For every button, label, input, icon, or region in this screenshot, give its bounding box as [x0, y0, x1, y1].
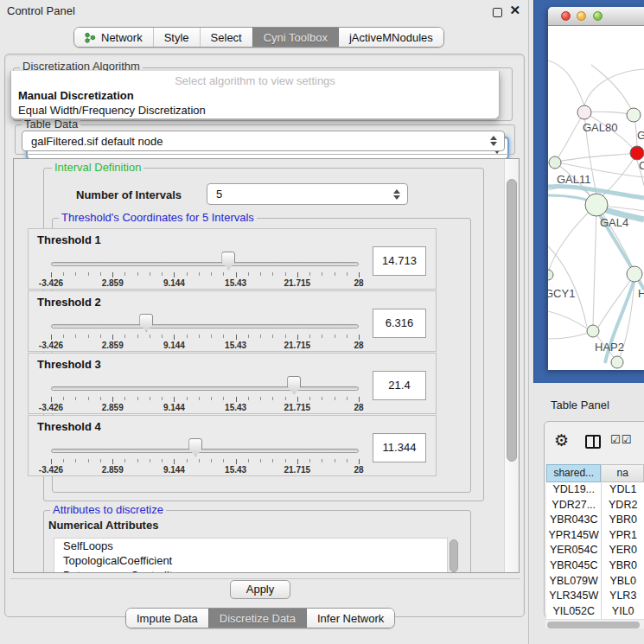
- node-table: shared...na YDL19...YDL1YDR27...YDR2YBR0…: [546, 464, 644, 619]
- bottom-tab-impute-data[interactable]: Impute Data: [126, 609, 208, 628]
- network-node[interactable]: [587, 325, 599, 337]
- tick-mark: [75, 459, 76, 462]
- tick-mark: [223, 272, 224, 276]
- minimize-traffic-light-icon[interactable]: [577, 11, 586, 21]
- numerical-attributes-label: Numerical Attributes: [48, 519, 158, 532]
- table-row[interactable]: YBR043CYBR0: [546, 513, 644, 528]
- tab-select[interactable]: Select: [200, 28, 252, 47]
- attribute-item[interactable]: SelfLoops: [54, 539, 447, 553]
- network-view-window[interactable]: GAL80GACGAL11GAL4GCY1HHAP2: [548, 7, 644, 370]
- popup-placeholder-option[interactable]: Select algorithm to view settings: [11, 71, 499, 88]
- tick-label: 21.715: [271, 278, 323, 288]
- tick-mark: [100, 397, 101, 400]
- table-hscrollbar-track[interactable]: [545, 619, 644, 628]
- bottom-tab-label: Discretize Data: [220, 612, 296, 625]
- tab-cyni-toolbox[interactable]: Cyni Toolbox: [252, 28, 338, 47]
- threshold-label: Threshold 4: [37, 420, 101, 433]
- tick-mark: [359, 272, 360, 277]
- bottom-tab-discretize-data[interactable]: Discretize Data: [208, 609, 306, 628]
- tick-label: 2.859: [86, 465, 138, 475]
- table-hscrollbar-thumb[interactable]: [547, 622, 640, 628]
- popup-option[interactable]: Manual Discretization: [11, 88, 499, 103]
- tick-mark: [335, 459, 335, 462]
- column-header[interactable]: shared...: [546, 464, 601, 482]
- table-row[interactable]: YLR345WYLR3: [546, 589, 644, 604]
- tab-label: Cyni Toolbox: [264, 31, 328, 44]
- network-node[interactable]: [630, 146, 644, 160]
- slider-track[interactable]: [51, 449, 359, 453]
- attribute-item[interactable]: BetweennessCentrality: [54, 568, 447, 573]
- column-header[interactable]: na: [601, 464, 644, 482]
- tick-mark: [174, 272, 175, 277]
- close-icon[interactable]: ✕: [509, 3, 520, 18]
- slider-track[interactable]: [51, 324, 359, 328]
- gear-icon[interactable]: ⚙: [554, 432, 569, 449]
- tick-mark: [112, 397, 113, 402]
- slider-thumb[interactable]: [221, 252, 235, 270]
- network-node[interactable]: [611, 356, 623, 368]
- tab-style[interactable]: Style: [153, 28, 200, 47]
- slider-track[interactable]: [51, 386, 359, 391]
- table-data-value: galFiltered.sif default node: [31, 135, 163, 148]
- table-row[interactable]: YDR27...YDR2: [546, 498, 644, 513]
- edge: [555, 112, 584, 163]
- table-row[interactable]: YBL079WYBL0: [546, 574, 644, 590]
- network-node[interactable]: [549, 156, 561, 169]
- network-canvas[interactable]: GAL80GACGAL11GAL4GCY1HHAP2: [548, 26, 644, 370]
- tick-mark: [150, 397, 150, 400]
- numerical-attributes-list[interactable]: SelfLoopsTopologicalCoefficientBetweenne…: [54, 538, 448, 573]
- tick-label: 2.859: [86, 278, 138, 288]
- num-intervals-combobox[interactable]: 5: [207, 183, 408, 205]
- slider-thumb[interactable]: [139, 314, 153, 332]
- table-row[interactable]: YDL19...YDL1: [546, 482, 644, 498]
- tick-mark: [335, 335, 335, 338]
- table-data-combobox[interactable]: galFiltered.sif default node: [22, 131, 505, 151]
- tick-mark: [162, 272, 163, 276]
- threshold-value-field[interactable]: 6.316: [373, 309, 426, 338]
- tab-network[interactable]: Network: [74, 28, 153, 47]
- attributes-list-scrollbar[interactable]: [450, 539, 458, 572]
- slider-thumb[interactable]: [188, 438, 202, 456]
- slider-thumb[interactable]: [287, 376, 301, 394]
- table-row[interactable]: YBR045CYBR0: [546, 558, 644, 574]
- table-cell: YER0: [601, 543, 644, 558]
- table-row[interactable]: YPR145WYPR1: [546, 528, 644, 544]
- node-label: GAL4: [600, 216, 628, 229]
- tick-mark: [248, 335, 249, 338]
- attribute-item[interactable]: TopologicalCoefficient: [54, 553, 447, 568]
- apply-button[interactable]: Apply: [230, 580, 290, 599]
- network-node[interactable]: [627, 266, 642, 282]
- tick-mark: [162, 459, 163, 462]
- table-row[interactable]: YER054CYER0: [546, 543, 644, 558]
- slider-track[interactable]: [51, 262, 359, 266]
- table-row[interactable]: YIL052CYIL0: [546, 604, 644, 619]
- network-node[interactable]: [627, 108, 641, 122]
- threshold-value-field[interactable]: 21.4: [373, 371, 426, 400]
- threshold-value-field[interactable]: 14.713: [373, 246, 426, 276]
- table-header-row: shared...na: [546, 464, 644, 482]
- tick-mark: [174, 459, 175, 464]
- zoom-traffic-light-icon[interactable]: [593, 11, 603, 21]
- tick-mark: [162, 335, 163, 338]
- columns-icon[interactable]: [585, 435, 601, 449]
- tab-jactivemnodules[interactable]: jActiveMNodules: [338, 28, 443, 47]
- threshold-value-field[interactable]: 11.344: [373, 433, 426, 462]
- float-window-icon[interactable]: [493, 8, 502, 17]
- tick-label: -3.426: [25, 341, 77, 350]
- network-node[interactable]: [577, 105, 591, 119]
- close-traffic-light-icon[interactable]: [561, 11, 571, 21]
- table-cell: YBL079W: [546, 574, 601, 590]
- tick-label: 15.43: [210, 278, 262, 288]
- network-node[interactable]: [548, 270, 553, 280]
- network-node[interactable]: [585, 194, 608, 216]
- checkbox-filter-icons[interactable]: ☑☑: [610, 433, 632, 446]
- tick-label: 9.144: [148, 465, 200, 475]
- table-cell: YBR0: [601, 558, 644, 574]
- bottom-tab-infer-network[interactable]: Infer Network: [306, 609, 394, 628]
- tick-mark: [100, 335, 101, 338]
- settings-scrollbar-track[interactable]: [504, 159, 519, 573]
- tick-label: 9.144: [148, 403, 200, 412]
- table-cell: YIL0: [601, 604, 644, 619]
- settings-scrollbar-thumb[interactable]: [507, 179, 517, 462]
- popup-option[interactable]: Equal Width/Frequency Discretization: [11, 103, 499, 118]
